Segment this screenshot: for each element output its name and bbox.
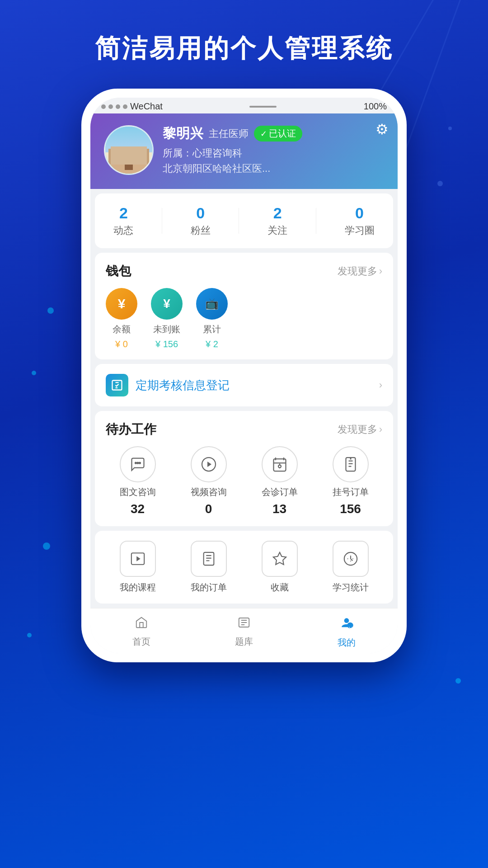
stat-divider-1 (162, 208, 162, 234)
svg-point-2 (137, 462, 138, 464)
wallet-amount-yue: ¥ 0 (115, 339, 128, 349)
wallet-item-leiji[interactable]: 📺 累计 ¥ 2 (196, 288, 228, 349)
todo-more-label: 发现更多 (338, 423, 377, 436)
todo-item-huizhendd[interactable]: 会诊订单 13 (248, 446, 311, 516)
stat-fensi[interactable]: 0 粉丝 (191, 204, 211, 237)
svg-point-6 (278, 465, 281, 468)
status-left: WeChat (101, 101, 163, 112)
wallet-chevron-icon: › (379, 265, 382, 277)
svg-text:◡: ◡ (348, 624, 352, 629)
svg-marker-9 (136, 556, 141, 561)
todo-label-huizhendd: 会诊订单 (262, 486, 298, 498)
stat-divider-3 (316, 208, 316, 234)
profile-department: 所属：心理咨询科 (163, 146, 302, 160)
stat-fensi-num: 0 (191, 204, 211, 222)
home-icon (135, 616, 148, 633)
svg-marker-5 (207, 462, 211, 467)
quick-item-kecheng[interactable]: 我的课程 (106, 541, 169, 594)
profile-name: 黎明兴 (163, 124, 203, 143)
quick-label-dingdan: 我的订单 (191, 581, 227, 594)
stat-guanzhu[interactable]: 2 关注 (267, 204, 287, 237)
svg-point-3 (139, 462, 141, 464)
stat-dongtai-num: 2 (113, 204, 133, 222)
todo-count-tuwenzixun: 32 (131, 502, 145, 516)
bg-dot-4 (455, 678, 461, 684)
wallet-card: 钱包 发现更多 › ¥ 余额 ¥ 0 ¥ (95, 253, 393, 359)
todo-icon-huizhendd (262, 446, 298, 482)
wallet-label-weidaozhang: 未到账 (153, 323, 180, 335)
wallet-item-weidaozhang[interactable]: ¥ 未到账 ¥ 156 (151, 288, 183, 349)
nav-label-mine: 我的 (338, 637, 356, 649)
profile-hospital: 北京朝阳区哈哈社区医... (163, 162, 302, 175)
quick-item-tongji[interactable]: 学习统计 (319, 541, 382, 594)
profile-doctor-title: 主任医师 (209, 127, 249, 141)
todo-label-guahaodd: 挂号订单 (333, 486, 369, 498)
bg-dot-6 (448, 127, 452, 130)
todo-icon-guahaodd (333, 446, 369, 482)
bg-dot-7 (437, 181, 443, 186)
todo-more[interactable]: 发现更多 › (338, 423, 382, 436)
bg-dot-5 (27, 633, 32, 637)
check-banner[interactable]: 定期考核信息登记 › (95, 364, 393, 406)
quick-item-dingdan[interactable]: 我的订单 (177, 541, 240, 594)
todo-item-guahaodd[interactable]: 挂号订单 156 (319, 446, 382, 516)
todo-count-huizhendd: 13 (272, 502, 286, 516)
status-dot-3 (116, 104, 120, 109)
quick-icon-kecheng (120, 541, 156, 577)
svg-marker-11 (273, 552, 286, 565)
stat-guanzhu-label: 关注 (267, 224, 287, 237)
wallet-amount-weidaozhang: ¥ 156 (155, 339, 178, 349)
avatar-image (105, 127, 152, 174)
todo-item-shipinzixun[interactable]: 视频咨询 0 (177, 446, 240, 516)
phone-screen: WeChat 100% ⚙ (90, 98, 398, 653)
profile-text: 黎明兴 主任医师 ✓ 已认证 所属：心理咨询科 北京朝阳区哈哈社区医... (163, 124, 302, 175)
quick-icon-shoucang (262, 541, 298, 577)
stat-dongtai[interactable]: 2 动态 (113, 204, 133, 237)
quick-item-shoucang[interactable]: 收藏 (248, 541, 311, 594)
mine-icon: ◡ (339, 616, 354, 634)
todo-label-shipinzixun: 视频咨询 (191, 486, 227, 498)
svg-rect-10 (203, 552, 214, 565)
status-battery: 100% (364, 101, 387, 112)
wallet-more-label: 发现更多 (338, 264, 377, 278)
quick-label-kecheng: 我的课程 (120, 581, 156, 594)
todo-item-tuwenzixun[interactable]: 图文咨询 32 (106, 446, 169, 516)
nav-label-tiku: 题库 (235, 636, 253, 648)
stat-fensi-label: 粉丝 (191, 224, 211, 237)
quick-label-shoucang: 收藏 (271, 581, 289, 594)
wallet-icon-weidaozhang: ¥ (151, 288, 183, 320)
check-banner-text: 定期考核信息登记 (136, 377, 230, 393)
bg-dot-3 (43, 542, 50, 550)
check-banner-icon (106, 374, 128, 396)
wallet-amount-leiji: ¥ 2 (206, 339, 218, 349)
wallet-item-yue[interactable]: ¥ 余额 ¥ 0 (106, 288, 137, 349)
todo-count-shipinzixun: 0 (205, 502, 212, 516)
check-banner-left: 定期考核信息登记 (106, 374, 230, 396)
bg-dot-2 (32, 371, 36, 375)
nav-item-home[interactable]: 首页 (132, 616, 150, 649)
status-dot-2 (108, 104, 113, 109)
wallet-card-header: 钱包 发现更多 › (106, 263, 382, 280)
stat-dongtai-label: 动态 (113, 224, 133, 237)
nav-item-mine[interactable]: ◡ 我的 (338, 616, 356, 649)
svg-point-14 (344, 618, 349, 623)
svg-point-1 (135, 462, 136, 464)
settings-icon[interactable]: ⚙ (375, 121, 389, 138)
verified-check-icon: ✓ (260, 129, 267, 139)
stat-guanzhu-num: 2 (267, 204, 287, 222)
stat-xuexi[interactable]: 0 学习圈 (345, 204, 375, 237)
nav-item-tiku[interactable]: 题库 (235, 616, 253, 649)
todo-card: 待办工作 发现更多 › (95, 411, 393, 526)
status-dot-4 (123, 104, 127, 109)
avatar (104, 125, 154, 175)
quick-icon-dingdan (191, 541, 227, 577)
todo-grid: 图文咨询 32 视频咨询 0 (106, 446, 382, 516)
todo-icon-shipinzixun (191, 446, 227, 482)
status-bar: WeChat 100% (90, 98, 398, 113)
wallet-icon-yue: ¥ (106, 288, 137, 320)
wallet-more[interactable]: 发现更多 › (338, 264, 382, 278)
status-dot-1 (101, 104, 106, 109)
nav-label-home: 首页 (132, 636, 150, 648)
wallet-icon-leiji: 📺 (196, 288, 228, 320)
wallet-items: ¥ 余额 ¥ 0 ¥ 未到账 ¥ 156 📺 (106, 288, 382, 349)
